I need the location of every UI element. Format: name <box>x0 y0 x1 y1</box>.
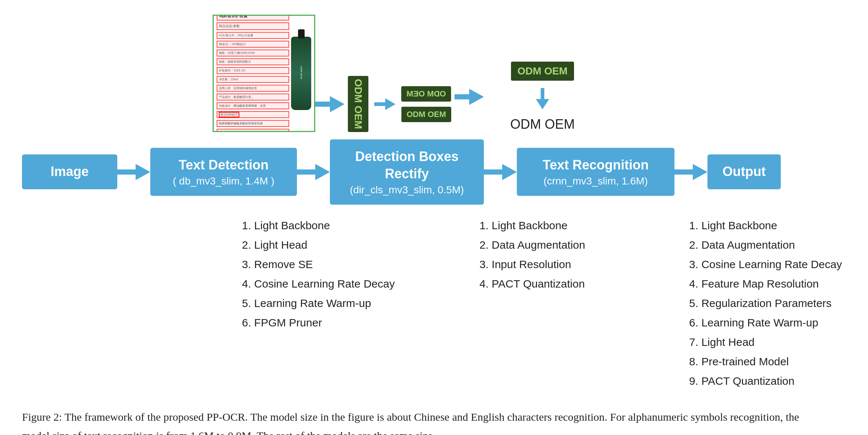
detection-rectify-sub: (dir_cls_mv3_slim, 0.5M) <box>342 184 472 196</box>
odm-stacked: ODM OEM ODM OEM <box>401 86 451 122</box>
arrowhead-n3 <box>502 164 517 180</box>
features-spacer-0 <box>33 217 176 389</box>
arrow-right-2 <box>455 89 484 105</box>
rectify-vis: ODM OEM ODM OEM ODM OEM <box>352 76 447 132</box>
bottle-image: ODM OEM <box>291 37 311 110</box>
detect-feature-5: 5. Learning Rate Warm-up <box>242 295 399 311</box>
rectify-features-list: 1. Light Backbone 2. Data Augmentation 3… <box>479 217 619 389</box>
odm-vertical-badge: ODM OEM <box>348 76 368 132</box>
text-detection-node: Text Detection ( db_mv3_slim, 1.4M ) <box>150 148 297 196</box>
detection-features-list: 1. Light Backbone 2. Light Head 3. Remov… <box>242 217 399 389</box>
detection-rectify-node: Detection Boxes Rectify (dir_cls_mv3_sli… <box>330 139 484 205</box>
detection-rectify-title: Detection Boxes Rectify <box>342 148 472 183</box>
recog-feature-4: 4. Feature Map Resolution <box>689 275 846 292</box>
figure-caption: Figure 2: The framework of the proposed … <box>22 407 828 435</box>
arrow-down-head-recog <box>536 99 549 109</box>
rectify-vis-row: ODM OEM ODM OEM ODM OEM <box>348 76 451 132</box>
arrowhead-n4 <box>693 164 707 180</box>
bottle-label: ODM OEM <box>300 66 303 79</box>
caption-text: Figure 2: The framework of the proposed … <box>22 411 799 435</box>
recog-features-list: 1. Light Backbone 2. Data Augmentation 3… <box>689 217 846 389</box>
text-detection-title: Text Detection <box>162 157 285 174</box>
recog-feature-3: 3. Cosine Learning Rate Decay <box>689 256 846 273</box>
arrow-node-1 <box>117 164 150 180</box>
arrow-line-n2 <box>297 169 315 175</box>
odm-text-result: ODM OEM <box>510 117 575 132</box>
arrow-between-odm <box>374 98 396 110</box>
arrowhead-2 <box>469 89 484 105</box>
rectify-feature-1: 1. Light Backbone <box>479 217 619 234</box>
odm-vertical-col: ODM OEM <box>348 76 368 132</box>
rectify-to-recog-area: ODM OEM ODM OEM <box>447 62 594 132</box>
detect-to-rectify-area: ODM OEM ODM OEM ODM OEM <box>304 76 447 132</box>
recog-vis: ODM OEM ODM OEM <box>491 62 594 132</box>
arrow-node-2 <box>297 164 330 180</box>
rectify-feature-2: 2. Data Augmentation <box>479 237 619 253</box>
image-label: Image <box>34 163 106 180</box>
recog-feature-9: 9. PACT Quantization <box>689 373 846 389</box>
text-recognition-sub: (crnn_mv3_slim, 1.6M) <box>529 175 663 187</box>
odm-normal-large: ODM OEM <box>401 107 451 122</box>
recog-feature-6: 6. Learning Rate Warm-up <box>689 314 846 331</box>
text-recognition-node: Text Recognition (crnn_mv3_slim, 1.6M) <box>517 148 674 196</box>
arrow-down-recog <box>536 88 549 109</box>
rectify-feature-4: 4. PACT Quantization <box>479 275 619 292</box>
detect-feature-6: 6. FPGM Pruner <box>242 314 399 331</box>
arrow-line-2 <box>455 94 469 99</box>
detect-feature-3: 3. Remove SE <box>242 256 399 273</box>
arrow-node-3 <box>484 164 517 180</box>
output-node: Output <box>707 154 781 189</box>
arrow-down-line-recog <box>541 88 544 99</box>
odm-flipped: ODM OEM <box>401 86 451 102</box>
recog-feature-7: 7. Light Head <box>689 334 846 350</box>
detect-feature-2: 2. Light Head <box>242 237 399 253</box>
text-detection-lines: 纯粹宣养护发素 商品信息/参数 45元/每公升；100公斤起量 精油/元；100… <box>217 15 289 132</box>
product-image-area: 纯粹宣养护发素 商品信息/参数 45元/每公升；100公斤起量 精油/元；100… <box>158 15 304 132</box>
odm-recog-badge: ODM OEM <box>511 62 574 81</box>
features-spacer-2 <box>619 217 660 389</box>
recog-feature-1: 1. Light Backbone <box>689 217 846 234</box>
recog-feature-5: 5. Regularization Parameters <box>689 295 846 311</box>
arrow-right-1 <box>312 96 345 112</box>
text-detection-sub: ( db_mv3_slim, 1.4M ) <box>162 175 285 187</box>
arrowhead-n2 <box>315 164 330 180</box>
arrow-line-small <box>374 102 385 106</box>
recog-feature-8: 8. Pre-trained Model <box>689 353 846 370</box>
arrow-line-n3 <box>484 169 502 175</box>
image-node: Image <box>22 154 117 189</box>
arrow-line-n1 <box>117 169 136 175</box>
arrowhead-1 <box>330 96 345 112</box>
diagram-container: 纯粹宣养护发素 商品信息/参数 45元/每公升；100公斤起量 精油/元；100… <box>22 15 846 435</box>
detect-feature-4: 4. Cosine Learning Rate Decay <box>242 275 399 292</box>
product-image-box: 纯粹宣养护发素 商品信息/参数 45元/每公升；100公斤起量 精油/元；100… <box>213 15 315 132</box>
features-spacer-1 <box>399 217 443 389</box>
arrow-node-4 <box>674 164 707 180</box>
recog-feature-2: 2. Data Augmentation <box>689 237 846 253</box>
text-recognition-title: Text Recognition <box>529 157 663 174</box>
pipeline-nodes: Image Text Detection ( db_mv3_slim, 1.4M… <box>22 139 846 205</box>
rectify-feature-3: 3. Input Resolution <box>479 256 619 273</box>
arrow-line-n4 <box>674 169 693 175</box>
arrowhead-small <box>385 98 396 110</box>
output-label: Output <box>719 163 769 180</box>
arrowhead-n1 <box>136 164 150 180</box>
features-area: 1. Light Backbone 2. Light Head 3. Remov… <box>22 217 846 389</box>
detect-feature-1: 1. Light Backbone <box>242 217 399 234</box>
